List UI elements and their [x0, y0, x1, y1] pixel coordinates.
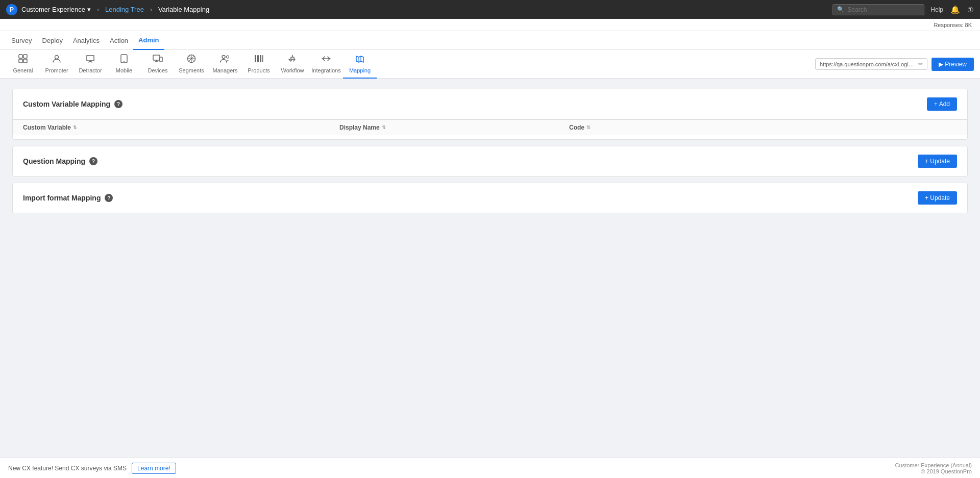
custom-variable-table: Custom Variable ⇅ Display Name ⇅ Code ⇅ [13, 119, 967, 139]
col-display-name-label: Display Name [339, 124, 380, 131]
toolbar-general-label: General [13, 67, 33, 73]
breadcrumb-separator-2: › [150, 6, 152, 13]
app-logo[interactable]: P [6, 4, 17, 15]
col-custom-variable[interactable]: Custom Variable ⇅ [23, 124, 339, 131]
url-box: https://qa.questionpro.com/a/cxLogin.do?… [815, 58, 927, 70]
toolbar-mobile-label: Mobile [116, 67, 132, 73]
bottom-bar-right: Customer Experience (Annual) © 2019 Ques… [895, 462, 972, 470]
question-mapping-update-button[interactable]: + Update [918, 155, 957, 168]
toolbar-mapping-label: Mapping [349, 67, 371, 73]
custom-variable-mapping-title: Custom Variable Mapping ? [23, 100, 122, 108]
bottom-bar-left: New CX feature! Send CX surveys via SMS … [8, 463, 176, 470]
svg-rect-1 [23, 55, 27, 58]
user-icon[interactable]: ① [967, 6, 974, 14]
devices-icon [153, 54, 163, 66]
promoter-icon [52, 54, 61, 66]
toolbar-item-integrations[interactable]: Integrations [309, 50, 343, 79]
responses-badge: Responses: 8K [934, 22, 972, 28]
question-mapping-help-icon[interactable]: ? [89, 157, 97, 165]
learn-more-button[interactable]: Learn more! [132, 463, 176, 470]
svg-rect-13 [257, 55, 259, 62]
import-format-mapping-section: Import format Mapping ? + Update [12, 183, 968, 213]
managers-icon [220, 54, 230, 66]
notification-text: New CX feature! Send CX surveys via SMS [8, 465, 127, 470]
toolbar-integrations-label: Integrations [311, 67, 340, 73]
col-code-label: Code [569, 124, 584, 131]
custom-variable-mapping-header: Custom Variable Mapping ? + Add [13, 89, 967, 119]
top-bar-right: 🔍 Help 🔔 ① [832, 4, 974, 15]
import-format-mapping-title: Import format Mapping ? [23, 194, 113, 202]
url-text: https://qa.questionpro.com/a/cxLogin.do? [820, 61, 916, 67]
question-mapping-title: Question Mapping ? [23, 157, 97, 165]
col-display-name[interactable]: Display Name ⇅ [339, 124, 569, 131]
nav-item-analytics[interactable]: Analytics [68, 31, 105, 50]
svg-rect-3 [23, 59, 27, 63]
nav-item-deploy[interactable]: Deploy [37, 31, 67, 50]
responses-bar: Responses: 8K [0, 19, 980, 31]
top-bar-actions: Help 🔔 ① [930, 5, 974, 14]
col-custom-variable-sort-icon[interactable]: ⇅ [73, 125, 77, 130]
toolbar-item-promoter[interactable]: Promoter [40, 50, 74, 79]
toolbar-item-mobile[interactable]: Mobile [107, 50, 141, 79]
nav-bar: Survey Deploy Analytics Action Admin [0, 31, 980, 50]
notification-icon[interactable]: 🔔 [950, 5, 960, 14]
app-name-text: Customer Experience [21, 6, 85, 13]
col-code-sort-icon[interactable]: ⇅ [586, 125, 591, 130]
svg-rect-2 [19, 59, 22, 63]
svg-rect-15 [262, 55, 263, 62]
workflow-icon [288, 54, 297, 66]
detractor-icon [86, 54, 95, 66]
toolbar-item-workflow[interactable]: Workflow [276, 50, 309, 79]
toolbar-products-label: Products [248, 67, 270, 73]
toolbar-item-general[interactable]: General [6, 50, 40, 79]
toolbar-item-detractor[interactable]: Detractor [74, 50, 107, 79]
breadcrumb-link[interactable]: Lending Tree [105, 6, 144, 13]
svg-point-4 [55, 55, 59, 59]
breadcrumb-current: Variable Mapping [158, 6, 209, 13]
custom-variable-help-icon[interactable]: ? [114, 100, 122, 108]
nav-item-survey[interactable]: Survey [6, 31, 37, 50]
import-format-mapping-help-icon[interactable]: ? [105, 194, 113, 202]
top-bar-left: P Customer Experience ▾ › Lending Tree ›… [6, 4, 832, 15]
import-format-mapping-title-text: Import format Mapping [23, 194, 101, 202]
footer-line2: © 2019 QuestionPro [895, 468, 972, 470]
add-custom-variable-button[interactable]: + Add [927, 97, 957, 111]
toolbar-detractor-label: Detractor [79, 67, 102, 73]
help-label[interactable]: Help [930, 6, 943, 13]
search-input[interactable] [847, 6, 920, 13]
svg-point-11 [227, 56, 229, 58]
col-code[interactable]: Code ⇅ [569, 124, 957, 131]
segments-icon [187, 54, 196, 66]
toolbar-item-segments[interactable]: Segments [175, 50, 208, 79]
col-custom-variable-label: Custom Variable [23, 124, 71, 131]
footer-line1: Customer Experience (Annual) [895, 462, 972, 468]
nav-item-action[interactable]: Action [105, 31, 133, 50]
svg-point-6 [124, 61, 125, 62]
svg-rect-12 [255, 55, 256, 62]
import-format-mapping-header: Import format Mapping ? + Update [13, 183, 967, 213]
app-name[interactable]: Customer Experience ▾ [21, 6, 91, 13]
breadcrumb-separator: › [97, 6, 99, 13]
toolbar-item-devices[interactable]: Devices [141, 50, 175, 79]
toolbar-item-products[interactable]: Products [242, 50, 276, 79]
custom-variable-mapping-section: Custom Variable Mapping ? + Add Custom V… [12, 89, 968, 140]
integrations-icon [321, 54, 331, 66]
toolbar-item-managers[interactable]: Managers [208, 50, 242, 79]
custom-variable-mapping-title-text: Custom Variable Mapping [23, 100, 110, 108]
toolbar-item-mapping[interactable]: Mapping [343, 50, 377, 79]
main-content: Custom Variable Mapping ? + Add Custom V… [0, 79, 980, 470]
search-box[interactable]: 🔍 [832, 4, 924, 15]
icon-toolbar: General Promoter Detractor [0, 50, 980, 79]
question-mapping-header: Question Mapping ? + Update [13, 146, 967, 176]
import-format-mapping-update-button[interactable]: + Update [918, 191, 957, 205]
toolbar-workflow-label: Workflow [281, 67, 304, 73]
col-display-name-sort-icon[interactable]: ⇅ [382, 125, 386, 130]
preview-button[interactable]: ▶ Preview [932, 58, 974, 71]
toolbar-segments-label: Segments [179, 67, 204, 73]
svg-rect-7 [153, 55, 160, 60]
toolbar-promoter-label: Promoter [45, 67, 68, 73]
nav-item-admin[interactable]: Admin [133, 31, 164, 50]
search-icon: 🔍 [837, 6, 844, 13]
edit-url-icon[interactable]: ✏ [918, 61, 923, 67]
svg-rect-8 [160, 57, 162, 62]
